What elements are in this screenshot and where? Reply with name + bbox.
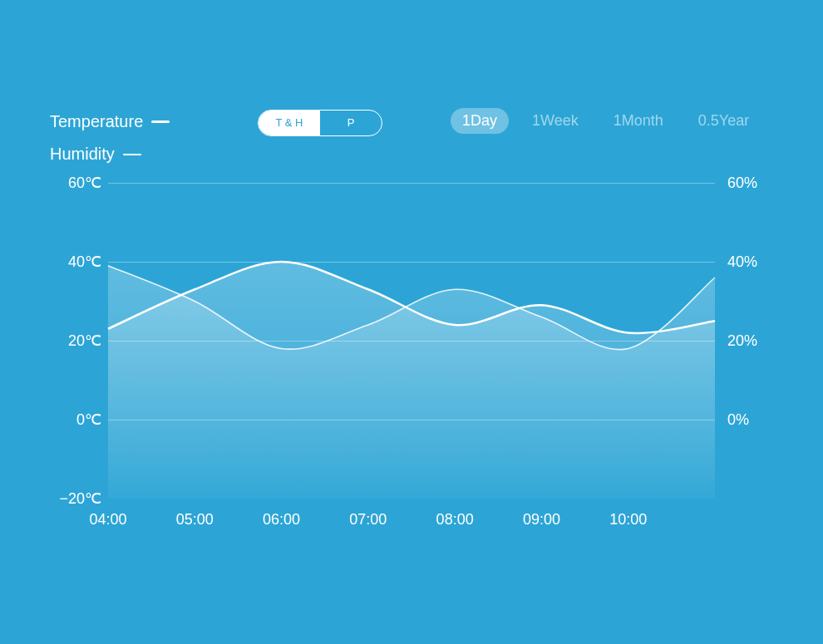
- legend-humidity-label: Humidity: [50, 145, 115, 164]
- legend-row-humidity: Humidity: [50, 145, 170, 164]
- y-right-tick: 0%: [727, 411, 773, 429]
- chart-plot: [108, 183, 715, 499]
- x-tick: 04:00: [89, 511, 126, 528]
- x-tick: 08:00: [436, 511, 474, 528]
- mode-pressure[interactable]: P: [320, 111, 382, 135]
- y-right-tick: 40%: [727, 253, 773, 271]
- legend-humidity-dash-icon: [123, 154, 141, 155]
- x-tick: 06:00: [263, 511, 300, 528]
- time-range-group: 1Day 1Week 1Month 0.5Year: [451, 108, 761, 134]
- legend-block: Temperature Humidity: [50, 112, 170, 177]
- x-tick: 05:00: [176, 511, 214, 528]
- range-1day[interactable]: 1Day: [451, 108, 509, 134]
- x-tick: 09:00: [523, 511, 560, 528]
- range-halfyear[interactable]: 0.5Year: [687, 108, 761, 134]
- range-1month[interactable]: 1Month: [602, 108, 675, 134]
- x-tick: 10:00: [609, 511, 647, 528]
- range-1week[interactable]: 1Week: [520, 108, 590, 134]
- chart-lines: [108, 183, 715, 499]
- y-left-tick: 0℃: [50, 410, 101, 429]
- y-left-tick: −20℃: [50, 489, 101, 508]
- legend-row-temperature: Temperature: [50, 112, 170, 131]
- y-left-tick: 60℃: [50, 174, 101, 192]
- y-left-tick: 20℃: [50, 332, 101, 350]
- legend-temperature-dash-icon: [151, 120, 170, 123]
- legend-temperature-label: Temperature: [50, 112, 143, 131]
- chart-area: −20℃0℃20℃40℃60℃ 0%20%40%60% 04:0005:0006…: [50, 183, 773, 540]
- mode-toggle[interactable]: T & H P: [258, 110, 382, 136]
- y-right-tick: 60%: [727, 175, 773, 192]
- y-right-tick: 20%: [727, 332, 773, 350]
- y-left-tick: 40℃: [50, 253, 101, 271]
- mode-temperature-humidity[interactable]: T & H: [259, 111, 320, 135]
- x-tick: 07:00: [349, 511, 387, 528]
